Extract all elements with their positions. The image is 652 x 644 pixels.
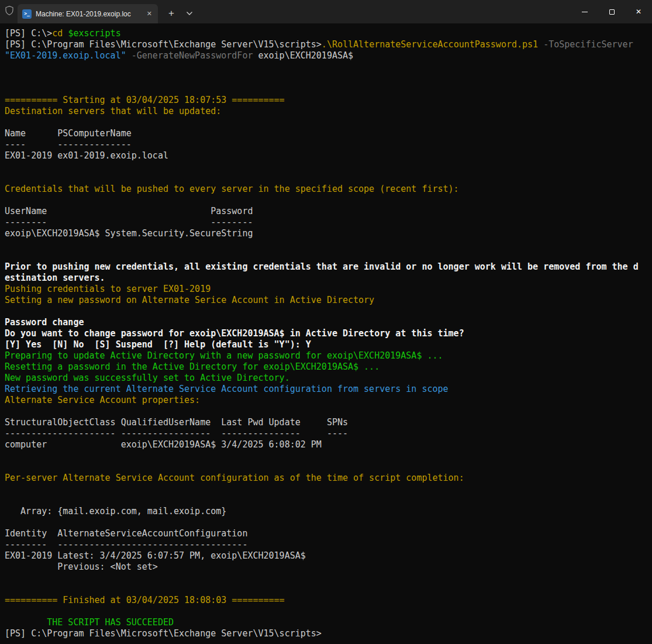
terminal-line: Alternate Service Account properties: — [5, 395, 652, 406]
window-controls: ✕ — [571, 0, 652, 23]
terminal-line — [5, 161, 652, 173]
terminal-line: Identity AlternateServiceAccountConfigur… — [5, 528, 652, 539]
terminal-line — [5, 406, 652, 417]
terminal-line: ========== Starting at 03/04/2025 18:07:… — [5, 95, 652, 106]
terminal-line: Password change — [5, 317, 652, 328]
terminal-line: Resetting a password in the Active Direc… — [5, 361, 652, 373]
terminal-line: [PS] C:\Program Files\Microsoft\Exchange… — [5, 628, 652, 639]
tab-dropdown-button[interactable] — [181, 5, 198, 22]
terminal-line — [5, 517, 652, 528]
terminal-line: ---- -------------- — [5, 139, 652, 150]
new-tab-button[interactable]: + — [163, 5, 180, 22]
terminal-line: Previous: <Not set> — [5, 562, 652, 573]
terminal-line — [5, 84, 652, 95]
terminal-line — [5, 306, 652, 317]
terminal-line: [PS] C:\>cd $exscripts — [5, 28, 652, 39]
terminal-line — [5, 462, 652, 473]
chevron-down-icon — [186, 11, 193, 16]
terminal-line: computer exoip\EXCH2019ASA$ 3/4/2025 6:0… — [5, 439, 652, 450]
terminal-line — [5, 495, 652, 506]
terminal-line — [5, 584, 652, 595]
terminal-line: EX01-2019 ex01-2019.exoip.local — [5, 150, 652, 161]
terminal-line: Setting a new password on Alternate Seri… — [5, 295, 652, 306]
powershell-icon: >_ — [22, 9, 32, 19]
terminal-line: "EX01-2019.exoip.local" -GenerateNewPass… — [5, 50, 652, 61]
terminal-line: [Y] Yes [N] No [S] Suspend [?] Help (def… — [5, 339, 652, 350]
terminal-line: EX01-2019 Latest: 3/4/2025 6:07:57 PM, e… — [5, 550, 652, 562]
tab-close-icon[interactable]: ✕ — [146, 10, 153, 18]
terminal-line: Credentials that will be pushed to every… — [5, 184, 652, 195]
terminal-line: -------- -------- — [5, 217, 652, 228]
terminal-line: Destination servers that will be updated… — [5, 106, 652, 117]
terminal-line — [5, 117, 652, 128]
maximize-button[interactable] — [598, 0, 625, 23]
terminal-line — [5, 484, 652, 495]
maximize-icon — [609, 9, 615, 15]
terminal-line: Prior to pushing new credentials, all ex… — [5, 261, 652, 273]
terminal-line: New password was successfully set to Act… — [5, 373, 652, 384]
terminal-line — [5, 450, 652, 462]
terminal-line: --------------------- ----------------- … — [5, 428, 652, 439]
terminal-line — [5, 173, 652, 184]
terminal-line: estination servers. — [5, 273, 652, 284]
tab-machine[interactable]: >_ Machine: EX01-2019.exoip.loc ✕ — [18, 4, 158, 23]
minimize-button[interactable] — [571, 0, 598, 23]
minimize-icon — [582, 12, 588, 12]
terminal-line: UserName Password — [5, 206, 652, 217]
terminal-line: ========== Finished at 03/04/2025 18:08:… — [5, 595, 652, 606]
terminal-line: Do you want to change password for exoip… — [5, 328, 652, 339]
terminal-screen[interactable]: [PS] C:\>cd $exscripts[PS] C:\Program Fi… — [0, 23, 652, 644]
terminal-line — [5, 195, 652, 206]
terminal-line: Array: {mail.exoip.com, mail.exoip.com} — [5, 506, 652, 517]
terminal-line: -------- -------------------------------… — [5, 539, 652, 550]
terminal-window: >_ Machine: EX01-2019.exoip.loc ✕ + ✕ [P… — [0, 0, 652, 644]
terminal-line: Pushing credentials to server EX01-2019 — [5, 284, 652, 295]
close-icon: ✕ — [636, 8, 641, 15]
terminal-line — [5, 239, 652, 250]
terminal-line: exoip\EXCH2019ASA$ System.Security.Secur… — [5, 228, 652, 239]
terminal-line — [5, 573, 652, 584]
terminal-line — [5, 250, 652, 261]
terminal-line: THE SCRIPT HAS SUCCEEDED — [5, 617, 652, 628]
title-bar[interactable]: >_ Machine: EX01-2019.exoip.loc ✕ + ✕ — [0, 0, 652, 23]
terminal-line — [5, 606, 652, 617]
terminal-line: StructuralObjectClass QualifiedUserName … — [5, 417, 652, 428]
terminal-line: Preparing to update Active Directory wit… — [5, 350, 652, 361]
close-button[interactable]: ✕ — [625, 0, 652, 23]
tab-title: Machine: EX01-2019.exoip.loc — [36, 10, 142, 18]
terminal-line: Per-server Alternate Service Account con… — [5, 473, 652, 484]
admin-shield-icon — [5, 5, 14, 16]
terminal-line: Name PSComputerName — [5, 128, 652, 139]
terminal-line — [5, 61, 652, 73]
terminal-line — [5, 73, 652, 84]
terminal-line: Retrieving the current Alternate Service… — [5, 384, 652, 395]
terminal-line: [PS] C:\Program Files\Microsoft\Exchange… — [5, 39, 652, 50]
